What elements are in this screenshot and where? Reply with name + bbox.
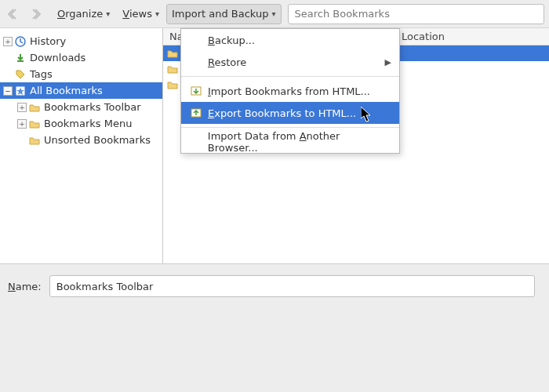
menu-item-import-html[interactable]: Import Bookmarks from HTML... bbox=[181, 80, 399, 102]
chevron-down-icon: ▾ bbox=[106, 9, 110, 18]
tree-item-tags[interactable]: Tags bbox=[0, 66, 162, 82]
expand-icon[interactable]: + bbox=[17, 119, 27, 129]
toolbar: Organize ▾ Views ▾ Import and Backup ▾ S… bbox=[0, 0, 549, 28]
views-menu-button[interactable]: Views ▾ bbox=[117, 4, 165, 24]
column-location[interactable]: Location bbox=[395, 31, 451, 42]
tree-label: History bbox=[30, 35, 66, 47]
organize-label: rganize bbox=[65, 8, 103, 20]
export-icon bbox=[189, 106, 203, 120]
tag-icon bbox=[14, 68, 27, 81]
download-icon bbox=[14, 52, 27, 64]
folder-icon bbox=[166, 47, 179, 60]
menu-separator bbox=[181, 76, 399, 77]
tree-label: Bookmarks Menu bbox=[44, 118, 132, 129]
tree-item-history[interactable]: + History bbox=[0, 33, 162, 49]
import-icon bbox=[189, 84, 203, 98]
chevron-down-icon: ▾ bbox=[271, 9, 275, 18]
sidebar-tree: + History Downloads Tags − All Bookmarks… bbox=[0, 28, 163, 263]
collapse-icon[interactable]: − bbox=[3, 86, 13, 96]
tree-label: Unsorted Bookmarks bbox=[44, 134, 151, 146]
import-backup-dropdown: Backup... Restore ▶ Import Bookmarks fro… bbox=[180, 28, 400, 154]
import-backup-menu-button[interactable]: Import and Backup ▾ bbox=[166, 4, 282, 24]
expand-icon[interactable]: + bbox=[17, 103, 27, 112]
tree-item-bookmarks-menu[interactable]: + Bookmarks Menu bbox=[0, 115, 162, 132]
tree-label: Downloads bbox=[30, 52, 85, 64]
submenu-arrow-icon: ▶ bbox=[385, 57, 391, 67]
name-value: Bookmarks Toolbar bbox=[56, 281, 154, 292]
folder-icon bbox=[166, 78, 179, 91]
name-label: Name: bbox=[8, 281, 42, 292]
back-button[interactable] bbox=[5, 5, 24, 24]
tree-label: All Bookmarks bbox=[30, 85, 103, 96]
clock-icon bbox=[14, 35, 27, 48]
menu-separator bbox=[181, 127, 399, 128]
menu-item-backup[interactable]: Backup... bbox=[181, 29, 399, 51]
tree-item-bookmarks-toolbar[interactable]: + Bookmarks Toolbar bbox=[0, 99, 162, 115]
bookmark-icon bbox=[14, 85, 27, 97]
tree-label: Tags bbox=[30, 68, 53, 80]
folder-icon bbox=[166, 63, 179, 75]
tree-item-all-bookmarks[interactable]: − All Bookmarks bbox=[0, 82, 162, 99]
tree-label: Bookmarks Toolbar bbox=[44, 101, 141, 113]
views-label: iews bbox=[129, 8, 152, 20]
search-input[interactable]: Search Bookmarks bbox=[288, 4, 545, 24]
menu-item-import-browser[interactable]: Import Data from Another Browser... bbox=[181, 131, 399, 153]
menu-item-export-html[interactable]: Export Bookmarks to HTML... bbox=[181, 102, 399, 124]
import-backup-label: Import and Backup bbox=[172, 8, 269, 20]
forward-button[interactable] bbox=[25, 5, 44, 24]
tree-item-unsorted-bookmarks[interactable]: Unsorted Bookmarks bbox=[0, 132, 162, 148]
folder-icon bbox=[28, 118, 41, 130]
details-pane: Name: Bookmarks Toolbar bbox=[0, 263, 549, 308]
folder-icon bbox=[28, 134, 41, 147]
tree-item-downloads[interactable]: Downloads bbox=[0, 49, 162, 66]
menu-item-restore[interactable]: Restore ▶ bbox=[181, 51, 399, 73]
name-field[interactable]: Bookmarks Toolbar bbox=[49, 275, 535, 297]
folder-icon bbox=[28, 101, 41, 114]
organize-menu-button[interactable]: Organize ▾ bbox=[52, 4, 115, 24]
chevron-down-icon: ▾ bbox=[155, 9, 159, 18]
expand-icon[interactable]: + bbox=[3, 37, 13, 46]
search-placeholder: Search Bookmarks bbox=[295, 8, 390, 20]
